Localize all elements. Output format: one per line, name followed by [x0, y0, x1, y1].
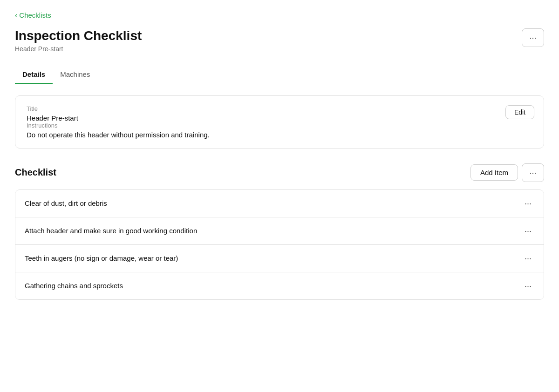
title-value: Header Pre-start — [27, 114, 532, 122]
checklist-item-text: Attach header and make sure in good work… — [25, 227, 197, 235]
checklist-item: Gathering chains and sprockets ··· — [15, 272, 544, 299]
checklist-item: Teeth in augers (no sign or damage, wear… — [15, 245, 544, 272]
item-more-icon: ··· — [525, 199, 532, 208]
tabs-row: Details Machines — [15, 66, 544, 84]
page-header: Inspection Checklist Header Pre-start ··… — [15, 28, 544, 53]
tab-details[interactable]: Details — [15, 66, 53, 84]
header-more-button[interactable]: ··· — [522, 28, 544, 47]
checklist-item-more-button[interactable]: ··· — [522, 226, 534, 236]
checklist-section-header: Checklist Add Item ··· — [15, 163, 544, 182]
page-title: Inspection Checklist — [15, 28, 142, 43]
tab-machines[interactable]: Machines — [53, 66, 97, 84]
back-chevron-icon: ‹ — [15, 12, 17, 19]
checklist-item: Clear of dust, dirt or debris ··· — [15, 190, 544, 217]
header-more-icon: ··· — [529, 34, 536, 42]
checklist-section: Checklist Add Item ··· Clear of dust, di… — [15, 163, 544, 300]
item-more-icon: ··· — [525, 254, 532, 263]
instructions-label: Instructions — [27, 122, 532, 129]
back-label: Checklists — [19, 11, 51, 19]
checklist-item: Attach header and make sure in good work… — [15, 217, 544, 245]
item-more-icon: ··· — [525, 281, 532, 291]
checklist-item-more-button[interactable]: ··· — [522, 281, 534, 291]
page-title-block: Inspection Checklist Header Pre-start — [15, 28, 142, 53]
title-label: Title — [27, 105, 532, 112]
edit-button[interactable]: Edit — [505, 105, 534, 119]
checklist-item-more-button[interactable]: ··· — [522, 253, 534, 264]
back-link[interactable]: ‹ Checklists — [15, 11, 51, 19]
checklist-item-text: Gathering chains and sprockets — [25, 282, 123, 290]
checklist-item-text: Clear of dust, dirt or debris — [25, 199, 107, 207]
checklist-item-more-button[interactable]: ··· — [522, 198, 534, 209]
checklist-more-button[interactable]: ··· — [522, 163, 544, 182]
checklist-items: Clear of dust, dirt or debris ··· Attach… — [15, 189, 544, 300]
title-field: Title Header Pre-start — [27, 105, 532, 122]
checklist-item-text: Teeth in augers (no sign or damage, wear… — [25, 254, 178, 262]
checklist-more-icon: ··· — [529, 169, 536, 177]
checklist-actions: Add Item ··· — [470, 163, 544, 182]
checklist-section-title: Checklist — [15, 167, 56, 178]
instructions-value: Do not operate this header without permi… — [27, 131, 532, 139]
page-subtitle: Header Pre-start — [15, 45, 142, 53]
instructions-field: Instructions Do not operate this header … — [27, 122, 532, 139]
details-card: Edit Title Header Pre-start Instructions… — [15, 95, 544, 149]
item-more-icon: ··· — [525, 226, 532, 236]
add-item-button[interactable]: Add Item — [470, 164, 518, 181]
